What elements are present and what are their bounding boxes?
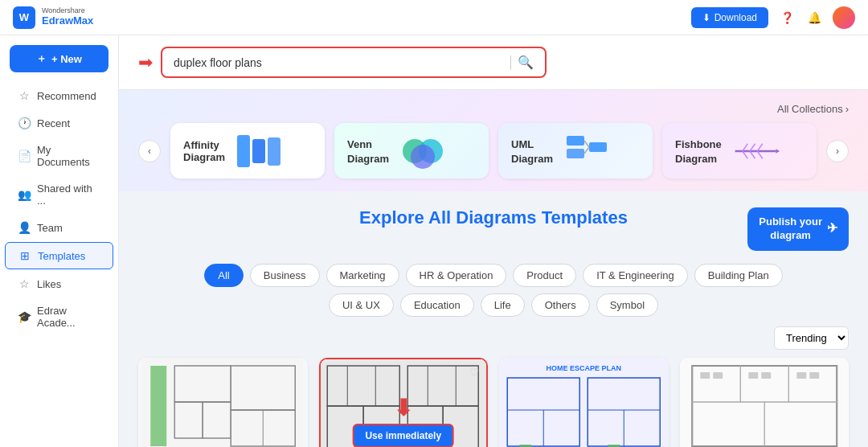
filter-tab-life[interactable]: Life [481,293,525,317]
filter-tab-hr[interactable]: HR & Operation [406,264,507,287]
svg-line-3 [584,141,589,147]
sort-bar: Trending Newest Popular [138,326,849,350]
team-icon: 👤 [18,221,31,234]
templates-icon: ⊞ [18,249,31,262]
venn-icon [399,133,447,169]
templates-section: Explore All Diagrams Templates Publish y… [119,191,868,447]
main-layout: ＋ + New ☆ Recommend 🕐 Recent 📄 My Docume… [0,35,868,447]
filter-tab-marketing[interactable]: Marketing [326,264,399,287]
svg-line-4 [584,147,589,154]
diagram-cards: ‹ AffinityDiagram [138,123,849,178]
fishbone-diagram-card[interactable]: FishboneDiagram [662,123,817,178]
documents-icon: 📄 [18,150,31,162]
filter-tab-building[interactable]: Building Plan [694,264,783,287]
sidebar-item-edraw-academy[interactable]: 🎓 Edraw Acade... [5,298,113,335]
download-button[interactable]: ⬇ Download [691,7,768,28]
brand-bottom: EdrawMax [42,15,93,27]
content-area: ➡ 🔍 All Collections › ‹ AffinityD [119,35,868,447]
template-card-3[interactable]: HOME ESCAPE PLAN Home Escape Plan [499,358,669,447]
venn-diagram-card[interactable]: VennDiagram [334,123,489,178]
fishbone-icon [731,133,780,169]
svg-rect-51 [713,372,723,379]
filter-tab-it[interactable]: IT & Engineering [583,264,688,287]
logo-icon: W [13,6,35,29]
down-arrow-indicator: ⬇ [394,394,412,420]
affinity-diagram-card[interactable]: AffinityDiagram [170,123,325,178]
help-icon[interactable]: ❓ [778,9,796,27]
template-card-1-image [138,358,308,447]
search-area: ➡ 🔍 [119,35,868,90]
search-divider [510,55,511,70]
publish-button[interactable]: Publish yourdiagram ✈ [747,207,849,251]
uml-icon [563,133,611,169]
svg-line-10 [743,151,747,158]
template-card-2[interactable]: ♡ ⬇ Use immediately Duplex Floor Plan [319,358,489,447]
home-escape-label: HOME ESCAPE PLAN [546,364,621,372]
affinity-icon [235,133,283,169]
sidebar-label-shared: Shared with ... [37,182,100,207]
shared-icon: 👥 [18,188,31,201]
carousel-next-button[interactable]: › [826,140,849,162]
publish-icon: ✈ [827,220,837,237]
svg-rect-53 [761,372,771,379]
sidebar-item-recommend[interactable]: ☆ Recommend [5,83,113,109]
download-icon: ⬇ [702,12,710,23]
filter-tab-product[interactable]: Product [513,264,576,287]
template-card-4[interactable]: Office Floor Plan [680,358,850,447]
sidebar-label-likes: Likes [37,278,61,290]
uml-label: UMLDiagram [511,138,553,165]
sidebar-item-shared[interactable]: 👥 Shared with ... [5,176,113,213]
academy-icon: 🎓 [18,310,31,323]
sidebar-item-likes[interactable]: ☆ Likes [5,271,113,297]
likes-icon: ☆ [18,277,31,290]
filter-tab-ui-ux[interactable]: UI & UX [329,293,394,317]
templates-title: Explore All Diagrams Templates [359,207,628,228]
collections-section: All Collections › ‹ AffinityDiagram [119,90,868,191]
logo-text: Wondershare EdrawMax [42,7,93,27]
chevron-right-icon: › [845,103,849,115]
all-collections-link[interactable]: All Collections › [777,103,849,115]
svg-rect-1 [567,149,584,158]
filter-tab-business[interactable]: Business [250,264,320,287]
svg-rect-50 [700,372,710,379]
svg-line-7 [743,143,747,150]
sidebar-item-team[interactable]: 👤 Team [5,215,113,240]
sort-select[interactable]: Trending Newest Popular [774,326,849,350]
filter-tab-symbol[interactable]: Symbol [596,293,658,317]
sidebar: ＋ + New ☆ Recommend 🕐 Recent 📄 My Docume… [0,35,119,447]
new-button[interactable]: ＋ + New [10,45,108,72]
svg-rect-52 [748,372,758,379]
topbar-right: ⬇ Download ❓ 🔔 [691,6,855,29]
template-card-1[interactable]: Floor Plan [138,358,308,447]
sidebar-item-my-documents[interactable]: 📄 My Documents [5,137,113,174]
filter-tab-others[interactable]: Others [531,293,590,317]
recent-icon: 🕐 [18,117,31,129]
filter-tab-all[interactable]: All [204,264,243,287]
search-button[interactable]: 🔍 [518,55,534,70]
filter-tab-education[interactable]: Education [400,293,474,317]
svg-rect-54 [796,372,806,379]
svg-rect-2 [589,142,607,152]
affinity-label: AffinityDiagram [183,139,225,163]
avatar[interactable] [833,6,855,29]
svg-rect-55 [809,372,819,379]
recommend-icon: ☆ [18,89,31,102]
sidebar-label-documents: My Documents [37,144,100,168]
templates-header: Explore All Diagrams Templates Publish y… [138,207,849,251]
plus-icon: ＋ [36,51,47,66]
sidebar-item-recent[interactable]: 🕐 Recent [5,110,113,136]
svg-line-12 [757,151,762,158]
sidebar-item-templates[interactable]: ⊞ Templates [5,242,113,269]
uml-diagram-card[interactable]: UMLDiagram [498,123,653,178]
heart-icon[interactable]: ♡ [469,366,480,379]
search-box: 🔍 [161,47,547,78]
carousel-prev-button[interactable]: ‹ [138,140,161,162]
collections-header: All Collections › [138,103,849,115]
sidebar-label-recent: Recent [37,117,70,129]
template-card-3-image: HOME ESCAPE PLAN [499,358,669,447]
svg-marker-6 [776,149,780,154]
notification-icon[interactable]: 🔔 [805,9,823,27]
svg-rect-0 [567,136,584,146]
use-immediately-button[interactable]: Use immediately [352,424,454,447]
search-input[interactable] [174,56,504,69]
